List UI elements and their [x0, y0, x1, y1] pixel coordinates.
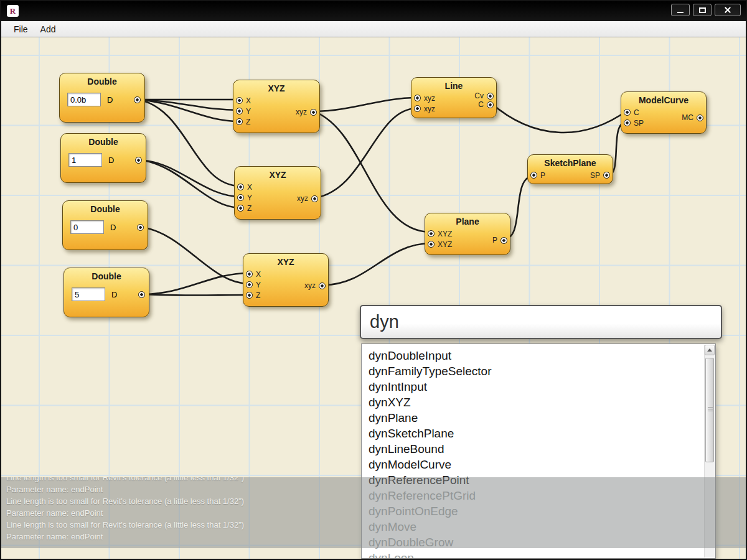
- output-port[interactable]: [138, 291, 145, 298]
- node-title: Double: [61, 134, 146, 149]
- list-item[interactable]: dynLineBound: [362, 441, 715, 457]
- input-port-x[interactable]: [237, 184, 244, 190]
- input-port-y[interactable]: [236, 108, 243, 114]
- list-item[interactable]: dynFamilyTypeSelector: [362, 363, 715, 379]
- list-item[interactable]: dynDoubleInput: [362, 348, 715, 363]
- output-port[interactable]: [500, 237, 507, 244]
- port-label: XYZ: [438, 240, 452, 249]
- minimize-button[interactable]: [671, 4, 690, 16]
- node-title: Line: [411, 78, 496, 93]
- input-port-y[interactable]: [237, 194, 244, 201]
- wire: [314, 98, 417, 111]
- node-double-3[interactable]: Double D: [62, 200, 148, 250]
- arrow-up-icon: [707, 348, 712, 352]
- node-xyz-3[interactable]: XYZ X Y Z xyz: [243, 253, 329, 307]
- input-port-x[interactable]: [246, 271, 253, 278]
- title-bar[interactable]: R: [1, 1, 746, 21]
- double-value-input[interactable]: [70, 220, 104, 234]
- wire: [141, 227, 249, 284]
- wire: [139, 160, 240, 197]
- output-port[interactable]: [603, 172, 610, 179]
- port-label: Z: [246, 118, 250, 126]
- double-value-input[interactable]: [72, 287, 105, 301]
- list-item[interactable]: dynLoop: [362, 550, 715, 559]
- list-item[interactable]: dynPlane: [362, 410, 715, 426]
- output-port-cv[interactable]: [487, 93, 494, 100]
- wire: [143, 273, 249, 294]
- node-modelcurve[interactable]: ModelCurve C SP MC: [621, 91, 707, 134]
- wire: [138, 100, 240, 186]
- port-label: MC: [682, 113, 693, 122]
- port-label: D: [107, 95, 113, 105]
- wire: [139, 160, 240, 208]
- input-port-p[interactable]: [530, 172, 537, 179]
- output-port[interactable]: [134, 96, 141, 103]
- menu-add[interactable]: Add: [34, 22, 62, 36]
- input-port-z[interactable]: [246, 292, 253, 299]
- input-port-y[interactable]: [246, 281, 253, 288]
- port-label: X: [256, 270, 261, 279]
- port-label: xyz: [296, 108, 307, 116]
- list-item[interactable]: dynXYZ: [362, 394, 715, 410]
- port-label: P: [540, 171, 545, 180]
- output-port[interactable]: [697, 114, 703, 121]
- close-button[interactable]: [715, 4, 741, 16]
- output-port[interactable]: [311, 195, 318, 202]
- maximize-button[interactable]: [693, 4, 712, 16]
- maximize-icon: [699, 7, 706, 13]
- input-port-xyz1[interactable]: [428, 230, 435, 237]
- port-label: xyz: [424, 105, 435, 113]
- input-port-z[interactable]: [237, 205, 244, 212]
- output-port[interactable]: [319, 282, 326, 289]
- output-port[interactable]: [137, 224, 144, 231]
- node-double-1[interactable]: Double D: [59, 73, 145, 123]
- results-scrollbar[interactable]: [704, 345, 715, 558]
- node-xyz-2[interactable]: XYZ X Y Z xyz: [234, 166, 321, 220]
- node-canvas[interactable]: Double D Double D Double D Do: [1, 37, 746, 559]
- search-input[interactable]: [361, 310, 721, 334]
- double-value-input[interactable]: [67, 93, 101, 106]
- port-label: xyz: [297, 194, 308, 203]
- search-results-list[interactable]: dynDoubleInput dynFamilyTypeSelector dyn…: [361, 343, 716, 559]
- node-plane[interactable]: Plane XYZ XYZ P: [425, 213, 510, 255]
- input-port-xyz1[interactable]: [414, 95, 421, 101]
- port-label: C: [478, 100, 484, 109]
- list-item[interactable]: dynDoubleGrow: [362, 534, 715, 550]
- port-label: Cv: [474, 91, 484, 100]
- node-search-box[interactable]: [360, 305, 722, 339]
- input-port-sp[interactable]: [624, 119, 631, 126]
- node-line[interactable]: Line xyz xyz Cv C: [411, 77, 497, 118]
- input-port-x[interactable]: [236, 97, 243, 104]
- port-label: P: [492, 236, 497, 245]
- input-port-xyz2[interactable]: [428, 241, 435, 248]
- node-title: XYZ: [235, 167, 321, 182]
- menu-file[interactable]: File: [7, 22, 34, 36]
- output-port[interactable]: [135, 157, 142, 164]
- input-port-z[interactable]: [236, 118, 243, 125]
- node-double-4[interactable]: Double D: [63, 268, 149, 317]
- input-port-c[interactable]: [624, 109, 631, 116]
- list-item[interactable]: dynPointOnEdge: [362, 503, 715, 519]
- node-xyz-1[interactable]: XYZ X Y Z xyz: [233, 80, 320, 133]
- list-item[interactable]: dynReferencePoint: [362, 472, 715, 488]
- list-item[interactable]: dynReferencePtGrid: [362, 488, 715, 503]
- revit-logo-letter: R: [10, 6, 16, 16]
- list-item[interactable]: dynIntInput: [362, 379, 715, 394]
- node-sketchplane[interactable]: SketchPlane P SP: [527, 154, 613, 184]
- list-item[interactable]: dynMove: [362, 519, 715, 534]
- scrollbar-thumb[interactable]: [705, 358, 714, 462]
- input-port-xyz2[interactable]: [414, 105, 421, 112]
- scroll-up-button[interactable]: [705, 345, 715, 355]
- node-title: SketchPlane: [528, 155, 613, 170]
- list-item[interactable]: dynSketchPlane: [362, 426, 715, 441]
- output-port-c[interactable]: [487, 101, 494, 108]
- output-port[interactable]: [310, 109, 317, 116]
- port-label: SP: [634, 119, 644, 128]
- port-label: Y: [256, 281, 261, 289]
- wire: [324, 243, 431, 285]
- revit-app-icon[interactable]: R: [7, 5, 19, 17]
- list-item[interactable]: dynModelCurve: [362, 457, 715, 472]
- wire: [491, 103, 627, 133]
- double-value-input[interactable]: [68, 153, 102, 167]
- node-double-2[interactable]: Double D: [60, 133, 146, 183]
